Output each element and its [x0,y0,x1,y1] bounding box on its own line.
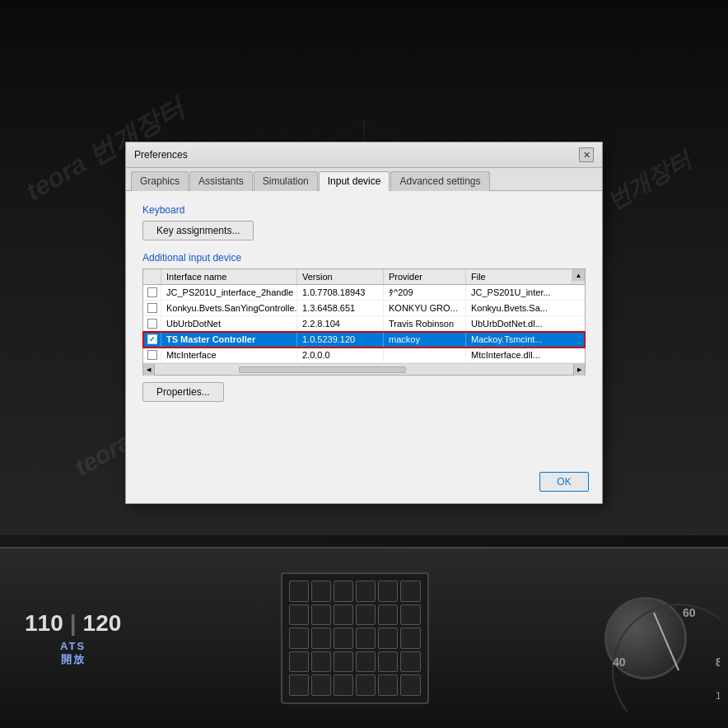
tab-advanced-settings[interactable]: Advanced settings [390,171,489,191]
row-1-file: JC_PS201U_inter... [466,285,585,300]
row-4-name: TS Master Controller [161,332,297,347]
dialog-title-bar: Preferences ✕ [126,142,602,168]
tab-input-device[interactable]: Input device [319,171,390,191]
col-scrollbar: ▲ [572,269,585,284]
dialog-body: Keyboard Key assignments... Additional i… [126,191,602,465]
row-3-checkbox-cell [143,316,161,331]
row-2-version: 1.3.6458.651 [297,301,384,315]
row-3-checkbox[interactable] [147,319,157,329]
keyboard-section-title: Keyboard [142,204,586,216]
row-5-name: MtcInterface [161,348,297,362]
table-row[interactable]: MtcInterface 2.0.0.0 MtcInterface.dll... [143,348,585,363]
table-row[interactable]: JC_PS201U_interface_2handle 1.0.7708.189… [143,285,585,301]
row-5-checkbox[interactable] [147,350,157,360]
row-1-checkbox[interactable] [147,287,157,297]
row-1-name: JC_PS201U_interface_2handle [161,285,297,300]
row-1-provider: ﾀ^209 [384,285,466,300]
scroll-left-btn[interactable]: ◀ [143,364,155,376]
h-scrollbar: ◀ ▶ [143,363,585,375]
row-1-checkbox-cell [143,285,161,300]
row-4-version: 1.0.5239.120 [297,332,384,347]
additional-input-section-title: Additional input device [142,252,586,264]
dialog-footer: OK [126,465,602,503]
properties-button[interactable]: Properties... [142,382,224,402]
keyboard-section: Keyboard Key assignments... [142,204,586,240]
dialog-close-button[interactable]: ✕ [579,147,594,162]
table-header: Interface name Version Provider File ▲ [143,269,585,285]
background-scene: teora 번개장터 번개장터 teora teora 번개장터 번개장터 11… [0,0,728,728]
preferences-dialog: Preferences ✕ Graphics Assistants Simula… [125,142,603,504]
row-2-file: Konkyu.Bvets.Sa... [466,301,585,315]
additional-input-section: Additional input device Interface name V… [142,252,586,402]
col-interface-name: Interface name [161,269,297,284]
ok-button[interactable]: OK [539,472,589,492]
col-check [143,269,161,284]
row-3-file: UbUrbDotNet.dl... [466,316,585,331]
row-3-provider: Travis Robinson [384,316,466,331]
col-file: File [466,269,572,284]
row-5-provider [384,348,466,362]
input-device-table: Interface name Version Provider File ▲ [142,268,586,376]
row-4-checkbox[interactable]: ✓ [147,334,157,344]
scroll-up-btn[interactable]: ▲ [572,269,585,281]
tab-assistants[interactable]: Assistants [189,171,253,191]
row-4-checkbox-cell: ✓ [143,332,161,347]
row-1-version: 1.0.7708.18943 [297,285,384,300]
row-5-version: 2.0.0.0 [297,348,384,362]
col-version: Version [297,269,384,284]
table-row[interactable]: Konkyu.Bvets.SanYingControlle... 1.3.645… [143,301,585,316]
row-2-provider: KONKYU GRO... [384,301,466,315]
col-provider: Provider [384,269,466,284]
row-2-checkbox-cell [143,301,161,315]
row-4-provider: mackoy [384,332,466,347]
scroll-right-btn[interactable]: ▶ [573,364,585,376]
row-3-name: UbUrbDotNet [161,316,297,331]
row-3-version: 2.2.8.104 [297,316,384,331]
dialog-title: Preferences [134,149,188,161]
tab-simulation[interactable]: Simulation [254,171,318,191]
row-5-file: MtcInterface.dll... [466,348,585,362]
dialog-tabs: Graphics Assistants Simulation Input dev… [126,168,602,191]
dialog-overlay: Preferences ✕ Graphics Assistants Simula… [0,0,728,728]
h-scroll-thumb[interactable] [239,366,406,373]
key-assignments-button[interactable]: Key assignments... [142,221,254,240]
row-4-file: Mackoy.Tsmcint... [466,332,585,347]
row-2-name: Konkyu.Bvets.SanYingControlle... [161,301,297,315]
row-5-checkbox-cell [143,348,161,362]
table-row-selected[interactable]: ✓ TS Master Controller 1.0.5239.120 mack… [143,332,585,348]
properties-btn-wrapper: Properties... [142,382,586,402]
table-row[interactable]: UbUrbDotNet 2.2.8.104 Travis Robinson Ub… [143,316,585,332]
row-2-checkbox[interactable] [147,303,157,313]
tab-graphics[interactable]: Graphics [131,171,189,191]
h-scroll-track[interactable] [155,364,573,375]
